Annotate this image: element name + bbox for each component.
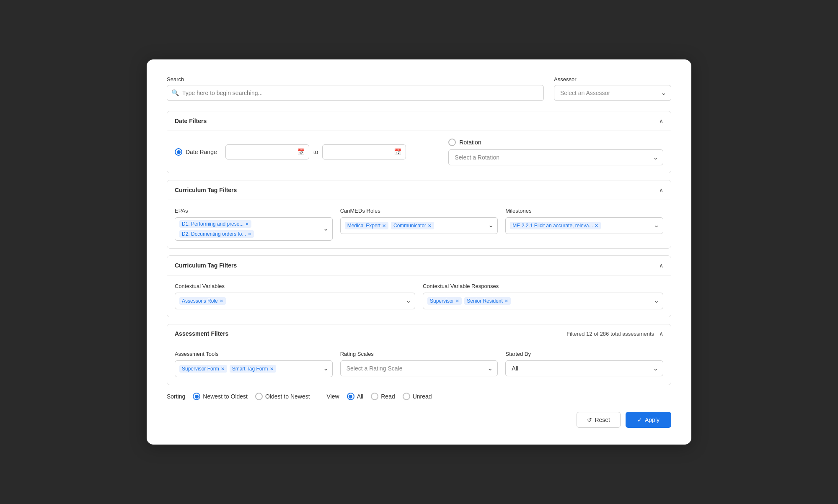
contextual-response-chip-1-remove[interactable]: ✕	[504, 299, 508, 303]
contextual-responses-wrapper: Supervisor ✕ Senior Resident ✕	[423, 293, 663, 309]
date-from-wrapper: 📅	[225, 144, 309, 159]
search-input-wrapper: 🔍	[167, 85, 544, 101]
contextual-responses-label: Contextual Variable Responses	[423, 283, 663, 289]
view-all-option[interactable]: All	[347, 393, 364, 400]
epa-chip-1-remove[interactable]: ✕	[248, 232, 251, 237]
rating-scales-label: Rating Scales	[340, 351, 498, 357]
canmeds-chip-1: Communicator ✕	[391, 222, 434, 229]
calendar-from-icon: 📅	[297, 148, 305, 156]
canmeds-tag-box[interactable]: Medical Expert ✕ Communicator ✕	[340, 217, 498, 234]
started-by-col: Started By All	[505, 351, 663, 377]
sort-newest-label: Newest to Oldest	[203, 393, 248, 400]
rating-scales-select[interactable]: Select a Rating Scale	[340, 360, 498, 376]
date-to-input[interactable]	[322, 144, 406, 159]
date-row: Date Range 📅 to 📅	[175, 139, 663, 165]
epa-chip-0-remove[interactable]: ✕	[245, 222, 249, 226]
search-input[interactable]	[167, 85, 544, 101]
view-all-label: All	[357, 393, 364, 400]
search-icon: 🔍	[171, 89, 179, 97]
contextual-responses-col: Contextual Variable Responses Supervisor…	[423, 283, 663, 309]
apply-button[interactable]: ✓ Apply	[626, 412, 671, 428]
rotation-radio[interactable]: Rotation	[448, 139, 481, 146]
reset-icon: ↺	[587, 417, 592, 423]
epas-tag-box[interactable]: D1: Performing and prese... ✕ D2: Docume…	[175, 217, 333, 241]
contextual-response-chip-1: Senior Resident ✕	[464, 297, 510, 305]
contextual-vars-wrapper: Assessor's Role ✕	[175, 293, 415, 309]
milestones-select-wrapper: ME 2.2.1 Elicit an accurate, releva... ✕	[505, 217, 663, 234]
date-range-label: Date Range	[186, 149, 217, 155]
assessor-select-wrapper: Select an Assessor	[554, 85, 671, 101]
sorting-group: Sorting Newest to Oldest Oldest to Newes…	[167, 393, 310, 400]
date-filters-chevron	[659, 117, 663, 125]
top-row: Search 🔍 Assessor Select an Assessor	[167, 76, 671, 101]
contextual-response-chip-0: Supervisor ✕	[427, 297, 462, 305]
assessment-filters-header[interactable]: Assessment Filters Filtered 12 of 286 to…	[167, 324, 671, 343]
milestones-chip-0-remove[interactable]: ✕	[595, 224, 598, 228]
date-from-input[interactable]	[225, 144, 309, 159]
milestones-tag-box[interactable]: ME 2.2.1 Elicit an accurate, releva... ✕	[505, 217, 663, 234]
assessment-filters-right: Filtered 12 of 286 total assessments	[566, 330, 663, 337]
epas-select-wrapper: D1: Performing and prese... ✕ D2: Docume…	[175, 217, 333, 241]
sort-newest-radio	[193, 393, 200, 400]
view-unread-option[interactable]: Unread	[403, 393, 432, 400]
rotation-section: Rotation Select a Rotation	[448, 139, 663, 165]
curriculum-filters-1-section: Curriculum Tag Filters EPAs D1: Performi…	[167, 180, 671, 249]
contextual-response-chip-0-remove[interactable]: ✕	[455, 299, 459, 303]
view-unread-label: Unread	[413, 393, 432, 400]
tool-chip-0: Supervisor Form ✕	[179, 365, 227, 373]
to-label: to	[313, 149, 318, 155]
sort-newest-option[interactable]: Newest to Oldest	[193, 393, 248, 400]
canmeds-chip-0-remove[interactable]: ✕	[382, 224, 386, 228]
reset-button[interactable]: ↺ Reset	[577, 412, 621, 428]
rotation-label: Rotation	[459, 139, 481, 146]
rotation-select-wrapper: Select a Rotation	[448, 149, 663, 165]
started-by-select[interactable]: All	[505, 360, 663, 376]
action-row: ↺ Reset ✓ Apply	[167, 412, 671, 428]
rotation-select[interactable]: Select a Rotation	[448, 149, 663, 165]
tool-chip-1: Smart Tag Form ✕	[230, 365, 276, 373]
contextual-vars-tag-box[interactable]: Assessor's Role ✕	[175, 293, 415, 309]
contextual-grid: Contextual Variables Assessor's Role ✕ C…	[175, 283, 663, 309]
contextual-var-chip-0: Assessor's Role ✕	[179, 297, 226, 305]
curriculum-filters-2-header[interactable]: Curriculum Tag Filters	[167, 256, 671, 275]
started-by-label: Started By	[505, 351, 663, 357]
sorting-label: Sorting	[167, 393, 185, 400]
canmeds-chip-1-remove[interactable]: ✕	[428, 224, 432, 228]
assessment-tools-tag-box[interactable]: Supervisor Form ✕ Smart Tag Form ✕	[175, 360, 333, 377]
milestones-col: Milestones ME 2.2.1 Elicit an accurate, …	[505, 208, 663, 241]
assessor-section: Assessor Select an Assessor	[554, 76, 671, 101]
contextual-vars-col: Contextual Variables Assessor's Role ✕	[175, 283, 415, 309]
contextual-var-chip-0-remove[interactable]: ✕	[220, 299, 223, 303]
sort-oldest-radio	[255, 393, 263, 400]
date-filters-header[interactable]: Date Filters	[167, 111, 671, 131]
view-read-option[interactable]: Read	[371, 393, 395, 400]
rotation-radio-circle	[448, 139, 456, 146]
sort-oldest-option[interactable]: Oldest to Newest	[255, 393, 310, 400]
contextual-responses-tag-box[interactable]: Supervisor ✕ Senior Resident ✕	[423, 293, 663, 309]
view-read-radio	[371, 393, 378, 400]
curriculum-filters-2-chevron	[659, 262, 663, 269]
epas-col: EPAs D1: Performing and prese... ✕ D2: D…	[175, 208, 333, 241]
assessor-label: Assessor	[554, 76, 671, 82]
curriculum-filters-2-body: Contextual Variables Assessor's Role ✕ C…	[167, 275, 671, 317]
canmeds-col: CanMEDs Roles Medical Expert ✕ Communica…	[340, 208, 498, 241]
view-group: View All Read Unread	[327, 393, 432, 400]
assessment-tools-col: Assessment Tools Supervisor Form ✕ Smart…	[175, 351, 333, 377]
tool-chip-0-remove[interactable]: ✕	[221, 367, 225, 371]
epas-label: EPAs	[175, 208, 333, 214]
view-label: View	[327, 393, 339, 400]
rating-scales-col: Rating Scales Select a Rating Scale	[340, 351, 498, 377]
milestones-label: Milestones	[505, 208, 663, 214]
canmeds-label: CanMEDs Roles	[340, 208, 498, 214]
tool-chip-1-remove[interactable]: ✕	[270, 367, 274, 371]
date-filters-title: Date Filters	[175, 118, 207, 124]
canmeds-select-wrapper: Medical Expert ✕ Communicator ✕	[340, 217, 498, 234]
apply-check-icon: ✓	[637, 417, 642, 423]
curriculum-filters-1-header[interactable]: Curriculum Tag Filters	[167, 180, 671, 200]
assessor-select[interactable]: Select an Assessor	[554, 85, 671, 101]
date-range-radio[interactable]: Date Range	[175, 148, 217, 156]
curriculum-filters-2-title: Curriculum Tag Filters	[175, 262, 237, 269]
curriculum-grid-1: EPAs D1: Performing and prese... ✕ D2: D…	[175, 208, 663, 241]
calendar-to-icon: 📅	[394, 148, 402, 156]
search-section: Search 🔍	[167, 76, 544, 101]
